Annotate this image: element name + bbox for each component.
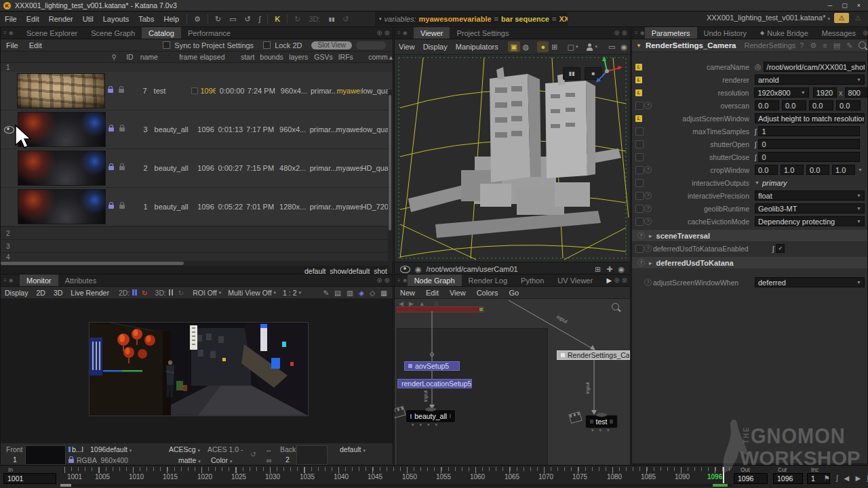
expand-triangle-icon[interactable]: ▼ [636,43,642,49]
sync-checkbox[interactable] [163,41,170,49]
monitor-canvas[interactable] [1,299,393,443]
close-panel-icon[interactable]: ⊗ [622,277,627,284]
tab-viewer[interactable]: Viewer [414,27,450,39]
current-file-selector[interactable]: XXX001_lighting_test_v001.katana* ▾ [707,14,830,22]
stereo-view-icon[interactable]: ◉ [620,43,627,52]
add-tab-icon[interactable]: ⊕ [376,29,382,37]
panel-drag-handle[interactable]: ≡◉ [632,27,645,39]
col-elapsed[interactable]: elapsed [197,53,224,61]
menu-layouts[interactable]: Layouts [98,15,134,23]
close-button[interactable]: × [857,2,861,9]
cur-frame-field[interactable]: 1096 [773,473,803,484]
refresh-left-icon[interactable]: ↺ [250,450,256,458]
tab-performance[interactable]: Performance [181,27,237,39]
shaded-cube-icon[interactable]: ▣ [511,43,517,52]
lock-icon[interactable] [108,127,114,131]
tab-undo-history[interactable]: Undo History [697,27,754,39]
help-circle-icon[interactable]: ? [644,245,652,252]
nodegraph-canvas[interactable]: ◀ ▶ ▲ ⌂ input input input [395,299,630,465]
pause-viewport-button[interactable]: ▮▮ [563,67,580,80]
col-name[interactable]: name [135,53,177,61]
add-tab-icon[interactable]: ⊕ [614,29,619,37]
interactiveOutputs-toggle[interactable]: ▼primary [755,179,787,187]
look-through-eye-icon[interactable] [400,266,410,273]
render-refresh-icon[interactable]: ↻ [215,15,221,24]
col-frame[interactable]: frame [177,53,197,61]
close-panel-icon[interactable]: ⊗ [384,29,390,37]
col-irfs[interactable]: IRFs [338,53,366,61]
slot-label-2[interactable]: 2 [1,226,393,239]
catalog-menu-edit[interactable]: Edit [24,41,47,49]
close-panel-icon[interactable]: ⊗ [622,29,627,37]
variable-token[interactable]: XXX [559,15,568,23]
tab-project-settings[interactable]: Project Settings [450,27,515,39]
display-output-icon[interactable]: ▭ [608,43,615,52]
monitor-menu-live-render[interactable]: Live Render [66,289,113,297]
interactivePrecision-dropdown[interactable]: float▼ [755,190,865,201]
tab-monitor[interactable]: Monitor [20,274,58,286]
frame-checkbox[interactable] [191,87,198,94]
resolution-width-field[interactable]: 1920 [813,87,837,98]
exposure-icon[interactable]: ⊞ [595,265,601,274]
back-buffer-thumbnail[interactable] [296,445,328,465]
expression-icon[interactable]: ʃ [836,474,837,483]
shutterOpen-field[interactable]: 0 [758,139,860,149]
front-buffer-thumbnail[interactable] [25,445,66,465]
tab-render-log[interactable]: Render Log [462,274,515,286]
lock2-icon[interactable] [119,89,124,93]
table-row-beauty2[interactable]: 2 beauty_all 1096 0:00:27 7:15 PM 480x2.… [1,149,393,188]
tab-uv-viewer[interactable]: UV Viewer [551,274,599,286]
ratio-dropdown[interactable]: 1 : 2▾ [283,289,301,297]
help-circle-icon[interactable]: ? [644,205,652,212]
viewer-menu-view[interactable]: View [395,43,419,51]
monitor-icon[interactable]: ▭ [229,15,236,24]
undo-icon[interactable]: ↺ [245,15,251,24]
node-RenderSettings_Camera[interactable]: RenderSettings_Came [557,350,630,360]
pause-3d-icon[interactable]: ▮▮ [329,16,335,22]
overscan-field-2[interactable]: 0.0 [809,100,833,110]
ng-menu-colors[interactable]: Colors [471,289,504,297]
multiview-dropdown[interactable]: Multi View Off▾ [228,289,276,297]
slot-label-1[interactable]: 1 [1,63,393,72]
nodegraph-search-icon[interactable] [612,303,619,310]
snapshot-icon[interactable]: ◉ [618,265,625,274]
menu-edit[interactable]: Edit [22,15,44,23]
warning-indicator-icon[interactable]: ⚠ [834,13,849,23]
lock2-icon[interactable] [119,166,125,170]
table-row-test[interactable]: 7 test 1096 0:00:00 7:24 PM 960x4... pri… [1,72,393,110]
matte-left-dropdown[interactable]: matte ▾ [178,456,201,464]
tab-python[interactable]: Python [514,274,551,286]
col-bounds[interactable]: bounds [254,53,286,61]
overscan-field-0[interactable]: 0.0 [755,100,779,110]
tab-scroll-icon[interactable]: ▶ [607,277,612,284]
help-circle-icon[interactable]: ? [644,192,652,199]
expression-icon[interactable]: ʃ [755,153,756,161]
expression-icon[interactable]: ʃ [755,140,756,148]
swap-buffers-icon[interactable]: ↔ [265,445,273,453]
step-forward-icon[interactable]: ▶ [856,474,861,483]
maximize-button[interactable]: ▢ [842,2,848,9]
slot-label-3[interactable]: 3 [1,239,393,252]
node-name[interactable]: RenderSettings_Camera [646,41,736,49]
slot-view-button[interactable]: Slot View [311,41,352,49]
close-panel-icon[interactable]: ⊗ [384,277,390,284]
overscan-field-1[interactable]: 0.0 [782,100,806,110]
backdrop-node[interactable] [397,328,548,465]
color-left-dropdown[interactable]: Color ▾ [211,456,233,464]
tab-curve-editor[interactable]: Curve Edit [599,274,606,286]
add-tab-icon[interactable]: ⊕ [863,29,868,37]
lock-icon[interactable] [108,166,114,170]
slot-label-4[interactable]: 4 [1,252,393,261]
light-icon[interactable]: ● [541,43,546,51]
cropWindow-field-1[interactable]: 1.0 [781,165,804,175]
tab-nuke-bridge[interactable]: ◆Nuke Bridge [753,27,815,39]
axis-gizmo-icon[interactable] [593,56,623,83]
crop-dropdown-icon[interactable]: ▼ [858,167,863,172]
tab-node-graph[interactable]: Node Graph [408,274,462,286]
sliders-icon[interactable]: ≡ [823,41,827,50]
globe-icon[interactable]: ◍ [523,43,530,52]
compare-icon[interactable]: ◇ [370,289,375,297]
variable-token[interactable]: bar sequence [501,15,549,23]
help-circle-icon[interactable]: ? [637,232,645,239]
ng-menu-view[interactable]: View [444,289,471,297]
